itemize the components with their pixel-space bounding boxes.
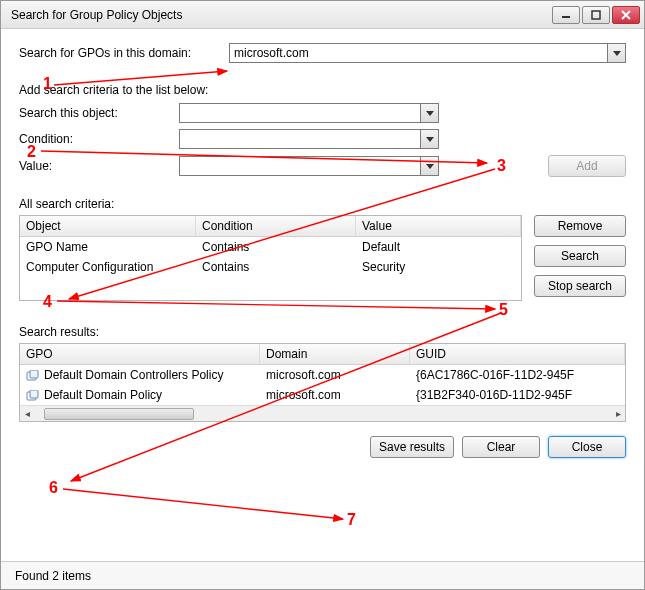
stop-search-button[interactable]: Stop search xyxy=(534,275,626,297)
close-window-button[interactable] xyxy=(612,6,640,24)
col-condition[interactable]: Condition xyxy=(196,216,356,236)
gpo-icon xyxy=(26,370,40,382)
remove-button[interactable]: Remove xyxy=(534,215,626,237)
results-header: Search results: xyxy=(19,325,626,339)
table-row[interactable]: Default Domain Controllers Policy micros… xyxy=(20,365,625,385)
value-label: Value: xyxy=(19,159,179,173)
col-gpo[interactable]: GPO xyxy=(20,344,260,364)
svg-rect-1 xyxy=(592,11,600,19)
search-object-label: Search this object: xyxy=(19,106,179,120)
domain-value: microsoft.com xyxy=(234,46,309,60)
window-frame: Search for Group Policy Objects Search f… xyxy=(0,0,645,590)
criteria-header: All search criteria: xyxy=(19,197,626,211)
status-text: Found 2 items xyxy=(15,569,91,583)
table-row[interactable]: Default Domain Policy microsoft.com {31B… xyxy=(20,385,625,405)
minimize-button[interactable] xyxy=(552,6,580,24)
chevron-down-icon xyxy=(420,130,438,148)
search-object-combo[interactable] xyxy=(179,103,439,123)
condition-combo[interactable] xyxy=(179,129,439,149)
close-button[interactable]: Close xyxy=(548,436,626,458)
table-row[interactable]: Computer Configuration Contains Security xyxy=(20,257,521,277)
svg-rect-5 xyxy=(30,370,38,378)
chevron-down-icon xyxy=(420,104,438,122)
scroll-thumb[interactable] xyxy=(44,408,194,420)
save-results-button[interactable]: Save results xyxy=(370,436,454,458)
col-guid[interactable]: GUID xyxy=(410,344,625,364)
condition-label: Condition: xyxy=(19,132,179,146)
table-row[interactable]: GPO Name Contains Default xyxy=(20,237,521,257)
horizontal-scrollbar[interactable]: ◂ ▸ xyxy=(20,405,625,421)
col-object[interactable]: Object xyxy=(20,216,196,236)
domain-label: Search for GPOs in this domain: xyxy=(19,46,229,60)
svg-rect-7 xyxy=(30,390,38,398)
col-domain[interactable]: Domain xyxy=(260,344,410,364)
maximize-button[interactable] xyxy=(582,6,610,24)
statusbar: Found 2 items xyxy=(1,561,644,589)
dialog-body: Search for GPOs in this domain: microsof… xyxy=(1,29,644,561)
criteria-intro: Add search criteria to the list below: xyxy=(19,83,626,97)
gpo-icon xyxy=(26,390,40,402)
chevron-down-icon xyxy=(607,44,625,62)
window-title: Search for Group Policy Objects xyxy=(11,8,550,22)
clear-button[interactable]: Clear xyxy=(462,436,540,458)
col-value[interactable]: Value xyxy=(356,216,521,236)
criteria-grid[interactable]: Object Condition Value GPO Name Contains… xyxy=(19,215,522,301)
search-button[interactable]: Search xyxy=(534,245,626,267)
domain-combo[interactable]: microsoft.com xyxy=(229,43,626,63)
results-grid[interactable]: GPO Domain GUID Default Domain Controlle… xyxy=(19,343,626,422)
scroll-left-icon[interactable]: ◂ xyxy=(20,408,34,419)
value-combo[interactable] xyxy=(179,156,439,176)
scroll-right-icon[interactable]: ▸ xyxy=(611,408,625,419)
add-button[interactable]: Add xyxy=(548,155,626,177)
titlebar: Search for Group Policy Objects xyxy=(1,1,644,29)
chevron-down-icon xyxy=(420,157,438,175)
